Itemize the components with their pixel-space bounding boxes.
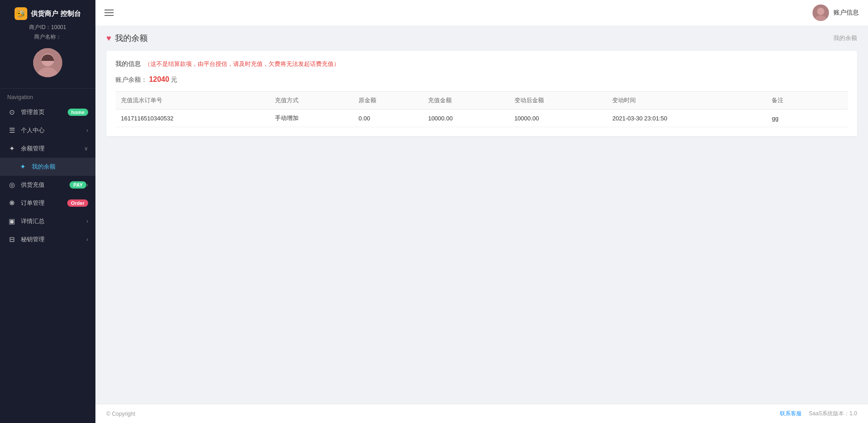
svg-point-4 <box>817 8 824 15</box>
info-warning: （这不是结算款项，由平台授信，请及时充值，欠费将无法发起话费充值） <box>145 60 339 68</box>
footer-copyright: © Copyright <box>106 411 135 417</box>
page-title: ♥ 我的余额 <box>106 33 148 44</box>
heart-icon: ♥ <box>106 34 111 43</box>
balance-icon: ✦ <box>7 144 16 153</box>
main-area: 账户信息 ♥ 我的余额 我的余额 我的信息 （这不是结算款项，由平台授信，请及时… <box>95 0 868 423</box>
nav-label-orders: 订单管理 <box>21 199 65 207</box>
recharge-icon: ◎ <box>7 180 16 189</box>
topbar-user-label: 账户信息 <box>833 9 859 17</box>
sidebar-item-recharge[interactable]: ◎ 供货充值 PAY › <box>0 176 95 194</box>
cell-method: 手动增加 <box>269 109 353 127</box>
nav-label-keys: 秘钥管理 <box>21 235 86 244</box>
col-method: 充值方式 <box>269 92 353 109</box>
sidebar-item-home[interactable]: ⊙ 管理首页 home <box>0 103 95 121</box>
col-after: 变动后金额 <box>509 92 607 109</box>
cell-action <box>822 109 848 127</box>
balance-amount: 12040 <box>149 75 170 83</box>
my-balance-icon: ✦ <box>18 162 27 171</box>
footer-version: SaaS系统版本：1.0 <box>809 410 857 418</box>
summary-icon: ▣ <box>7 217 16 226</box>
keys-icon: ⊟ <box>7 235 16 244</box>
recharge-arrow-icon: › <box>86 182 88 188</box>
avatar-container <box>7 48 88 77</box>
topbar-avatar <box>813 5 829 21</box>
sidebar-header: 🐝 供货商户 控制台 商户ID：10001 商户名称： <box>0 0 95 89</box>
sidebar-item-keys[interactable]: ⊟ 秘钥管理 › <box>0 230 95 249</box>
nav-section-label: Navigation <box>0 89 95 103</box>
balance-unit: 元 <box>171 76 177 83</box>
sidebar-item-orders[interactable]: ❋ 订单管理 Order <box>0 194 95 212</box>
merchant-name: 商户名称： <box>7 33 88 41</box>
footer-right: 联系客服 SaaS系统版本：1.0 <box>780 410 857 418</box>
cell-order-no: 1617116510340532 <box>115 109 269 127</box>
page-title-text: 我的余额 <box>115 33 148 44</box>
footer: © Copyright 联系客服 SaaS系统版本：1.0 <box>95 404 868 423</box>
sidebar-logo: 🐝 供货商户 控制台 <box>7 7 88 20</box>
sidebar-item-balance[interactable]: ✦ 余额管理 ∨ <box>0 139 95 158</box>
col-remark: 备注 <box>766 92 821 109</box>
nav-label-balance: 余额管理 <box>21 144 84 153</box>
table-row: 1617116510340532 手动增加 0.00 10000.00 1000… <box>115 109 848 127</box>
cell-remark: gg <box>766 109 821 127</box>
orders-icon: ❋ <box>7 199 16 208</box>
balance-arrow-icon: ∨ <box>84 145 88 152</box>
cell-original: 0.00 <box>353 109 423 127</box>
home-icon: ⊙ <box>7 108 16 117</box>
col-time: 变动时间 <box>607 92 766 109</box>
hamburger-button[interactable] <box>105 10 114 16</box>
breadcrumb: 我的余额 <box>833 34 857 42</box>
logo-icon: 🐝 <box>15 7 27 20</box>
col-action <box>822 92 848 109</box>
page-header: ♥ 我的余额 我的余额 <box>95 25 868 47</box>
balance-label: 账户余额： <box>115 76 147 83</box>
topbar: 账户信息 <box>95 0 868 25</box>
balance-row: 账户余额： 12040 元 <box>115 75 848 84</box>
nav-label-home: 管理首页 <box>21 108 65 116</box>
col-original: 原金额 <box>353 92 423 109</box>
col-order-no: 充值流水订单号 <box>115 92 269 109</box>
cell-after: 10000.00 <box>509 109 607 127</box>
cell-time: 2021-03-30 23:01:50 <box>607 109 766 127</box>
profile-arrow-icon: › <box>86 127 88 134</box>
sidebar-title: 供货商户 控制台 <box>31 10 80 18</box>
nav-label-recharge: 供货充值 <box>21 181 67 189</box>
cell-amount: 10000.00 <box>423 109 509 127</box>
nav-badge-order: Order <box>67 199 88 207</box>
col-amount: 充值金额 <box>423 92 509 109</box>
balance-card: 我的信息 （这不是结算款项，由平台授信，请及时充值，欠费将无法发起话费充值） 账… <box>106 51 857 136</box>
nav-badge-home: home <box>68 109 88 116</box>
merchant-id: 商户ID：10001 <box>7 24 88 31</box>
transactions-table: 充值流水订单号 充值方式 原金额 充值金额 变动后金额 变动时间 备注 1617… <box>115 91 848 127</box>
content-area: ♥ 我的余额 我的余额 我的信息 （这不是结算款项，由平台授信，请及时充值，欠费… <box>95 25 868 404</box>
nav-label-profile: 个人中心 <box>21 126 86 134</box>
summary-arrow-icon: › <box>86 218 88 224</box>
nav-badge-pay: PAY <box>70 181 86 189</box>
nav-label-summary: 详情汇总 <box>21 217 86 225</box>
sidebar: 🐝 供货商户 控制台 商户ID：10001 商户名称： Navigation ⊙… <box>0 0 95 423</box>
sidebar-item-my-balance[interactable]: ✦ 我的余额 <box>0 158 95 176</box>
info-header: 我的信息 （这不是结算款项，由平台授信，请及时充值，欠费将无法发起话费充值） <box>115 60 848 68</box>
keys-arrow-icon: › <box>86 236 88 243</box>
footer-support[interactable]: 联系客服 <box>780 410 802 418</box>
avatar <box>33 48 62 77</box>
nav-label-my-balance: 我的余额 <box>32 163 88 171</box>
sidebar-item-profile[interactable]: ☰ 个人中心 › <box>0 121 95 139</box>
sidebar-item-summary[interactable]: ▣ 详情汇总 › <box>0 212 95 230</box>
info-label: 我的信息 <box>115 60 141 68</box>
topbar-user[interactable]: 账户信息 <box>813 5 859 21</box>
profile-icon: ☰ <box>7 126 16 135</box>
